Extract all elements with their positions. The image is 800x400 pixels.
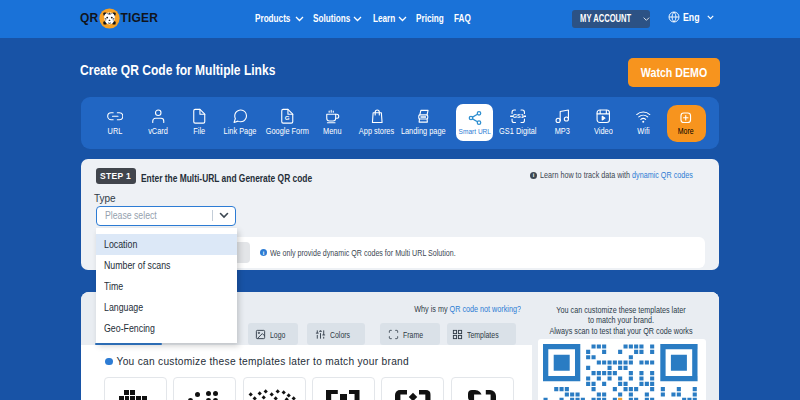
svg-text:G: G (285, 113, 290, 120)
svg-text:GS1: GS1 (512, 113, 523, 119)
